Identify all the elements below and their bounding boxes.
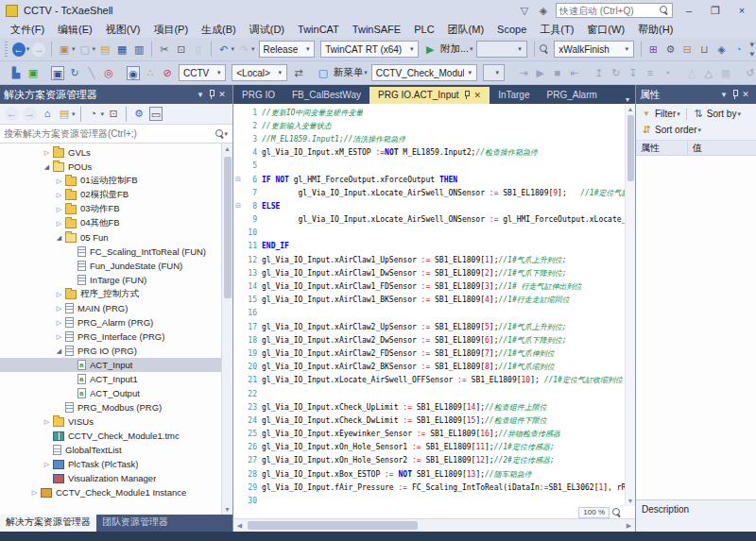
- code-line[interactable]: 1//更新IO中间变量至硬件变量: [233, 106, 625, 119]
- quick-launch-input[interactable]: [559, 6, 660, 16]
- code-line[interactable]: 27gl_Via_IO_Input.xOn_Hole_Sensor2 := SB…: [233, 454, 625, 467]
- filter-button[interactable]: Filter: [655, 109, 676, 119]
- scroll-down-icon[interactable]: ▼: [626, 496, 635, 506]
- feedback-icon[interactable]: ◈: [537, 5, 550, 17]
- stairs-icon[interactable]: ▙: [9, 66, 23, 80]
- collapse-icon[interactable]: ◢: [54, 234, 64, 242]
- code-line[interactable]: 4gl_Via_IO_Input.xM_ESTOP :=NOT M_EL1859…: [233, 146, 625, 160]
- pin-icon[interactable]: [207, 89, 215, 100]
- tree-item[interactable]: ▷GVLs: [0, 145, 232, 160]
- step-down-icon[interactable]: ↧: [627, 66, 640, 80]
- tree-scrollbar[interactable]: ▲ ▼: [221, 144, 232, 515]
- close-icon[interactable]: ✕: [215, 90, 229, 99]
- tree-item[interactable]: ▷CCTV_Check_Module1 Instance: [0, 485, 232, 499]
- se-pending-icon[interactable]: ◔: [87, 107, 100, 121]
- scrollbar-thumb[interactable]: [224, 157, 232, 298]
- add-item-icon[interactable]: ▢: [78, 42, 92, 57]
- toolbar-grip[interactable]: [5, 42, 8, 57]
- code-line[interactable]: 9 gl_Via_IO_Input.xLocate_AirSwell_ONSen…: [233, 213, 625, 227]
- chevron-down-icon[interactable]: ▾: [251, 45, 255, 53]
- menu-item[interactable]: Scope: [490, 22, 533, 37]
- back-icon[interactable]: ←: [12, 42, 26, 57]
- code-line[interactable]: 25gl_Via_IO_Input.xEyewinker_Sensor := S…: [233, 428, 625, 441]
- restart-icon[interactable]: ↺: [744, 66, 756, 80]
- stop-icon[interactable]: ■: [551, 66, 564, 80]
- expand-icon[interactable]: ▷: [54, 206, 64, 213]
- scroll-left-icon[interactable]: ◀: [233, 522, 246, 530]
- code-line[interactable]: 13gl_Via_IO_Input.xAirClaw1_DwSensor := …: [233, 266, 625, 279]
- zoom-icon[interactable]: [612, 508, 622, 517]
- chevron-down-icon[interactable]: ▾: [491, 69, 504, 76]
- tc-project-icon[interactable]: ⊞: [646, 42, 660, 57]
- menu-item[interactable]: 编辑(E): [51, 21, 99, 39]
- forbid-icon[interactable]: ⊘: [161, 66, 174, 80]
- find-icon[interactable]: [540, 44, 549, 54]
- expand-icon[interactable]: ▷: [54, 178, 64, 185]
- scrollbar-thumb[interactable]: [248, 521, 418, 530]
- scroll-up-icon[interactable]: ▲: [222, 144, 232, 154]
- editor-vertical-scrollbar[interactable]: ▲ ▼: [625, 104, 635, 506]
- menu-item[interactable]: 团队(M): [441, 21, 491, 39]
- window-menu-icon[interactable]: ▾: [717, 90, 730, 99]
- expand-icon[interactable]: ▷: [54, 305, 64, 313]
- scroll-down-icon[interactable]: ▼: [222, 504, 232, 515]
- free-run-icon[interactable]: ◉: [127, 66, 140, 80]
- tc-window-icon[interactable]: ⊟: [680, 42, 694, 57]
- tree-item[interactable]: ◢POUs: [0, 160, 232, 174]
- paste-icon[interactable]: ▯: [192, 42, 205, 57]
- step-up-icon[interactable]: ↥: [593, 66, 606, 80]
- chevron-down-icon[interactable]: ▾: [274, 69, 286, 76]
- tree-item[interactable]: ▷程序_控制方式: [0, 287, 232, 301]
- solution-platform-combo[interactable]: TwinCAT RT (x64) ▾: [320, 41, 419, 58]
- document-tab[interactable]: PRG IO.ACT_Input✕: [369, 87, 490, 104]
- code-line[interactable]: ⊟8ELSE: [233, 199, 625, 212]
- tree-item[interactable]: ▷02模拟量FB: [0, 188, 232, 202]
- maximize-button[interactable]: ❐: [705, 2, 726, 19]
- code-line[interactable]: 22: [233, 387, 625, 400]
- scroll-up-icon[interactable]: ▲: [626, 104, 635, 114]
- code-line[interactable]: 23gl_Via_IO_Input.xCheck_UpLimit := SB1_…: [233, 400, 625, 414]
- se-scope-icon[interactable]: ▤: [58, 107, 71, 121]
- code-line[interactable]: 20gl_Via_IO_Input.xAirClaw2_BKSensor := …: [233, 361, 625, 374]
- expand-icon[interactable]: ▷: [42, 149, 52, 157]
- se-home-icon[interactable]: ⌂: [41, 107, 54, 121]
- forward-icon[interactable]: →: [32, 42, 45, 57]
- tree-item[interactable]: InTarge (FUN): [0, 273, 232, 287]
- chevron-down-icon[interactable]: ▾: [72, 45, 76, 53]
- tree-item[interactable]: ▷PRG_Alarm (PRG): [0, 315, 232, 330]
- attach-run-icon[interactable]: ▶: [423, 42, 437, 57]
- expand-icon[interactable]: ▷: [29, 489, 40, 497]
- redo-icon[interactable]: ↷: [237, 42, 250, 57]
- attach-button[interactable]: 附加...: [440, 42, 469, 56]
- solution-search-input[interactable]: [4, 128, 215, 139]
- new-menu-button[interactable]: 新菜单: [334, 66, 364, 79]
- tool-window-tab[interactable]: 解决方案资源管理器: [0, 514, 96, 532]
- document-tab[interactable]: PRG IO: [233, 87, 284, 104]
- pin-tab-icon[interactable]: [463, 91, 471, 100]
- collapse-icon[interactable]: ◢: [42, 163, 52, 171]
- reload-icon[interactable]: ↻: [68, 66, 81, 80]
- expand-icon[interactable]: ▷: [42, 418, 52, 426]
- menu-item[interactable]: 窗口(W): [580, 21, 631, 39]
- tree-item[interactable]: ▷01运动控制FB: [0, 174, 232, 188]
- code-line[interactable]: 2//更新输入变量状态: [233, 119, 625, 132]
- filter-funnel-icon[interactable]: ▼: [642, 107, 651, 121]
- chevron-down-icon[interactable]: ▾: [621, 45, 633, 53]
- toolbar-overflow[interactable]: ▾▾: [749, 40, 753, 59]
- tree-item[interactable]: ▷MAIN (PRG): [0, 301, 232, 315]
- code-line[interactable]: 10: [233, 227, 625, 240]
- collapse-icon[interactable]: ◢: [54, 347, 64, 355]
- menu-item[interactable]: TwinSAFE: [346, 22, 407, 37]
- tree-item[interactable]: ACT_Input1: [0, 372, 232, 386]
- timer-icon[interactable]: ◔: [661, 66, 674, 80]
- menu-item[interactable]: 调试(D): [243, 21, 291, 39]
- se-preview-icon[interactable]: ▭: [149, 107, 163, 121]
- plc-instance-combo[interactable]: CCTV_Check_Module1 ▾: [371, 64, 477, 81]
- pin-icon[interactable]: [730, 89, 739, 100]
- steps-icon[interactable]: ≡: [644, 66, 657, 80]
- tc-runtime-icon[interactable]: ◔: [731, 42, 745, 57]
- se-back-icon[interactable]: ←: [5, 107, 19, 121]
- code-line[interactable]: 12gl_Via_IO_Input.xAirClaw1_UpSensor := …: [233, 253, 625, 266]
- menu-item[interactable]: 项目(P): [146, 21, 195, 39]
- chevron-down-icon[interactable]: ▾: [737, 110, 741, 118]
